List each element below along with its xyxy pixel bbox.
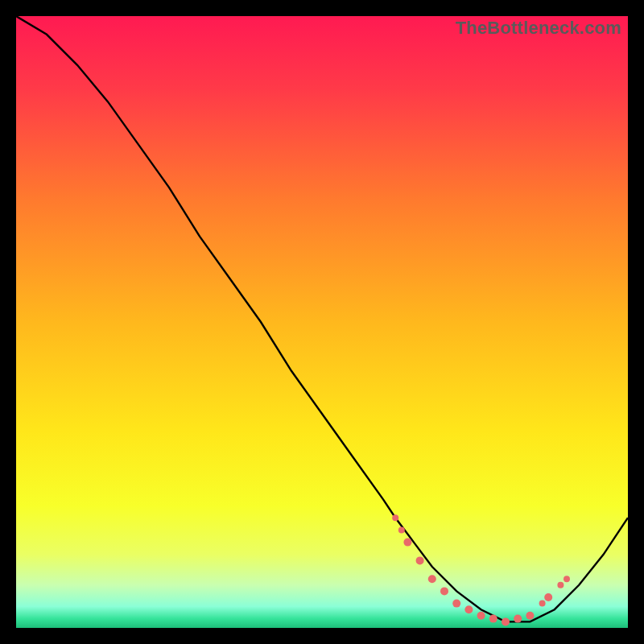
marker-dot [403, 539, 411, 547]
marker-dot [502, 617, 510, 625]
marker-dot [526, 612, 534, 620]
marker-dot [489, 615, 497, 623]
watermark-text: TheBottleneck.com [456, 18, 621, 39]
marker-dot [564, 576, 570, 582]
marker-dot [398, 526, 405, 533]
marker-dot [539, 601, 546, 607]
marker-dot [452, 600, 460, 608]
marker-dot [428, 575, 436, 583]
marker-dot [440, 587, 448, 595]
chart-svg [16, 16, 628, 628]
marker-dot [392, 514, 398, 521]
chart-frame: TheBottleneck.com [16, 16, 628, 628]
marker-dot [464, 605, 473, 613]
marker-dot [477, 612, 485, 620]
marker-dot [544, 593, 552, 601]
gradient-background [16, 16, 628, 628]
marker-dot [557, 582, 564, 588]
marker-dot [416, 556, 424, 564]
marker-dot [514, 615, 522, 623]
